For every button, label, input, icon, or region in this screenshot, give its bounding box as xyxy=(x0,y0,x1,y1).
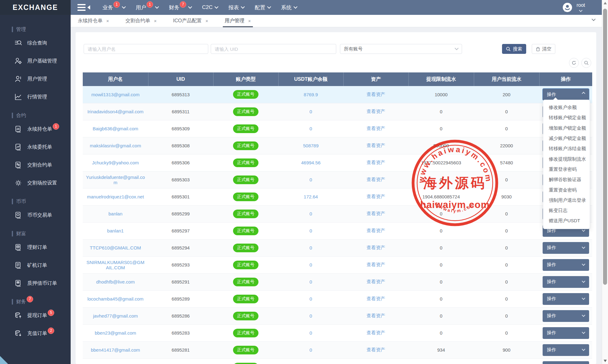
view-assets-link[interactable]: 查看资产 xyxy=(367,279,385,284)
sidebar-item[interactable]: 行情管理 xyxy=(0,88,71,106)
tab-永续持仓单[interactable]: 永续持仓单× xyxy=(76,15,111,27)
view-assets-link[interactable]: 查看资产 xyxy=(367,313,385,318)
view-assets-link[interactable]: 查看资产 xyxy=(367,92,385,97)
sidebar-item[interactable]: 质押借币订单 xyxy=(0,274,71,292)
page-scrollbar[interactable] xyxy=(602,0,608,364)
usdt-balance-link[interactable]: 0 xyxy=(310,228,312,233)
tabs-chevron-down-icon[interactable] xyxy=(592,17,596,21)
tab-ICO产品配置[interactable]: ICO产品配置× xyxy=(171,15,210,27)
view-assets-link[interactable]: 查看资产 xyxy=(367,177,385,182)
sidebar-item[interactable]: 币币交易单 xyxy=(0,206,71,224)
action-menu-item[interactable]: 强制用户退出登录 xyxy=(543,195,590,206)
action-menu-item[interactable]: 转移账户锁定金额 xyxy=(543,113,590,123)
username-link[interactable]: Yuriuskdelafuente@gmail.com xyxy=(86,175,145,185)
view-assets-link[interactable]: 查看资产 xyxy=(367,296,385,301)
row-action-button[interactable]: 操作 xyxy=(543,327,589,339)
username-link[interactable]: banlan1 xyxy=(107,228,124,233)
row-action-button[interactable]: 操作 xyxy=(543,259,589,271)
action-menu-item[interactable]: 账变日志 xyxy=(543,206,590,216)
action-menu-item[interactable]: 重置登录密码 xyxy=(543,164,590,175)
nav-menu-item[interactable]: 报表 xyxy=(228,0,244,15)
close-icon[interactable]: × xyxy=(154,18,157,24)
username-link[interactable]: TTCP610@GMAIL.COM xyxy=(90,245,141,250)
username-link[interactable]: banlan xyxy=(108,211,122,216)
view-assets-link[interactable]: 查看资产 xyxy=(367,347,385,352)
scroll-down-arrow-icon[interactable] xyxy=(604,360,607,362)
sidebar-item[interactable]: 理财订单 xyxy=(0,238,71,256)
view-assets-link[interactable]: 查看资产 xyxy=(367,245,385,250)
view-assets-link[interactable]: 查看资产 xyxy=(367,330,385,335)
refresh-button[interactable] xyxy=(569,58,579,68)
username-link[interactable]: locochamba45@gmail.com xyxy=(87,296,143,301)
nav-menu-item[interactable]: 系统 xyxy=(281,0,297,15)
tab-交割合约单[interactable]: 交割合约单× xyxy=(124,15,159,27)
sidebar-item[interactable]: 交割合约单 xyxy=(0,156,71,174)
close-icon[interactable]: × xyxy=(205,18,208,24)
tab-用户管理[interactable]: 用户管理× xyxy=(223,15,253,27)
usdt-balance-link[interactable]: 0 xyxy=(310,330,312,336)
view-assets-link[interactable]: 查看资产 xyxy=(367,160,385,165)
sidebar-item[interactable]: 提现订单5 xyxy=(0,306,71,324)
action-menu-item[interactable]: 赠送用户USDT xyxy=(543,216,590,226)
row-action-button[interactable]: 操作 xyxy=(543,293,589,305)
usdt-balance-link[interactable]: 508789 xyxy=(303,143,319,148)
action-menu-item[interactable]: 减少账户锁定金额 xyxy=(543,133,590,144)
clear-button[interactable]: 清空 xyxy=(532,44,555,54)
action-menu-item[interactable]: 重置资金密码 xyxy=(543,185,590,195)
sidebar-item[interactable]: 交割场控设置 xyxy=(0,174,71,192)
username-search-input[interactable] xyxy=(84,44,208,54)
sidebar-item[interactable]: 综合查询 xyxy=(0,34,71,52)
usdt-balance-link[interactable]: 0 xyxy=(310,126,312,131)
username-link[interactable]: javhed77@gmail.com xyxy=(93,313,138,318)
view-assets-link[interactable]: 查看资产 xyxy=(367,109,385,114)
row-action-button[interactable]: 操作 xyxy=(543,344,589,356)
usdt-balance-link[interactable]: 0 xyxy=(310,313,312,318)
username-link[interactable]: maksklasniv@gmail.com xyxy=(90,143,141,148)
nav-menu-item[interactable]: C2C xyxy=(202,0,218,15)
row-action-button[interactable]: 操作 xyxy=(543,242,589,254)
action-menu-item[interactable]: 转移账户冻结金额 xyxy=(543,144,590,154)
usdt-balance-link[interactable]: 0 xyxy=(310,177,312,182)
usdt-balance-link[interactable]: 0 xyxy=(310,347,312,353)
username-link[interactable]: Baigb636@gmail.com xyxy=(93,126,138,131)
nav-menu-item[interactable]: 业务1 xyxy=(103,0,125,15)
usdt-balance-link[interactable]: 0 xyxy=(310,262,312,267)
username-link[interactable]: bben41417@gmail.com xyxy=(91,347,140,353)
account-type-select[interactable]: 所有账号 xyxy=(340,44,462,54)
view-assets-link[interactable]: 查看资产 xyxy=(367,211,385,216)
column-search-button[interactable] xyxy=(581,58,591,68)
sidebar-item[interactable]: 充值订单2 xyxy=(0,324,71,342)
usdt-balance-link[interactable]: 8769.9 xyxy=(304,92,318,97)
username-link[interactable]: manuelrodriquez1@cox.net xyxy=(87,194,144,199)
view-assets-link[interactable]: 查看资产 xyxy=(367,228,385,233)
view-assets-link[interactable]: 查看资产 xyxy=(367,143,385,148)
view-assets-link[interactable]: 查看资产 xyxy=(367,194,385,199)
scroll-up-arrow-icon[interactable] xyxy=(604,2,607,4)
sidebar-collapse-button[interactable] xyxy=(77,4,90,11)
row-action-button[interactable]: 操作 xyxy=(543,89,589,100)
usdt-balance-link[interactable]: 0 xyxy=(310,211,312,216)
row-action-button[interactable]: 操作 xyxy=(543,361,589,364)
close-icon[interactable]: × xyxy=(248,18,251,24)
usdt-balance-link[interactable]: 0 xyxy=(310,109,312,114)
username-link[interactable]: Irinadavidson4@gmail.com xyxy=(87,109,143,114)
usdt-balance-link[interactable]: 46994.56 xyxy=(301,160,321,165)
action-menu-item[interactable]: 修改提现限制流水 xyxy=(543,154,590,164)
nav-menu-item[interactable]: 用户1 xyxy=(136,0,158,15)
usdt-balance-link[interactable]: 172.64 xyxy=(304,194,318,199)
view-assets-link[interactable]: 查看资产 xyxy=(367,262,385,267)
close-icon[interactable]: × xyxy=(106,18,109,24)
username-link[interactable]: SNIRMALKUMARS01@GMAIL.COM xyxy=(86,260,144,270)
sidebar-item[interactable]: 永续持仓单1 xyxy=(0,120,71,138)
action-menu-item[interactable]: 修改账户余额 xyxy=(543,102,590,113)
usdt-balance-link[interactable]: 0 xyxy=(310,245,312,250)
row-action-button[interactable]: 操作 xyxy=(543,310,589,322)
username-link[interactable]: dhodhfb@live.com xyxy=(96,279,134,284)
row-action-button[interactable]: 操作 xyxy=(543,276,589,288)
sidebar-item[interactable]: 矿机订单 xyxy=(0,256,71,274)
username-link[interactable]: mowil1313@gmail.com xyxy=(91,92,139,97)
usdt-balance-link[interactable]: 0 xyxy=(310,279,312,284)
action-menu-item[interactable]: 解绑谷歌验证器 xyxy=(543,175,590,185)
sidebar-item[interactable]: 永续委托单 xyxy=(0,138,71,156)
username-link[interactable]: bben23@gmail.com xyxy=(95,330,136,336)
